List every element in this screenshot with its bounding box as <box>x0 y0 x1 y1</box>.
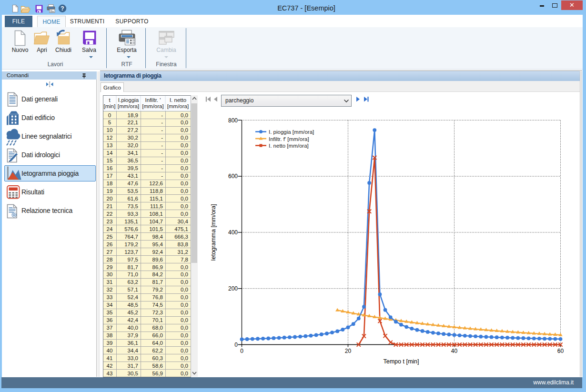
svg-text:97,5: 97,5 <box>128 257 138 262</box>
svg-text:61,6: 61,6 <box>128 196 138 201</box>
svg-text:18: 18 <box>107 181 113 186</box>
svg-text:34,1: 34,1 <box>128 150 138 156</box>
svg-text:0,0: 0,0 <box>181 264 188 270</box>
svg-text:98,4: 98,4 <box>152 234 163 240</box>
svg-text:22: 22 <box>107 211 113 217</box>
svg-text:40,0: 40,0 <box>128 325 138 331</box>
svg-text:14: 14 <box>107 150 113 156</box>
svg-text:37,9: 37,9 <box>128 332 138 338</box>
svg-text:32: 32 <box>107 287 113 292</box>
svg-text:40: 40 <box>107 348 113 353</box>
svg-text:I. pioggia [mm/ora]: I. pioggia [mm/ora] <box>269 129 314 135</box>
svg-text:48,5: 48,5 <box>128 302 138 308</box>
svg-text:0,0: 0,0 <box>181 158 188 163</box>
svg-text:73,5: 73,5 <box>128 203 138 209</box>
svg-text:0,0: 0,0 <box>181 127 188 133</box>
svg-text:27: 27 <box>107 249 113 255</box>
svg-text:0: 0 <box>240 348 243 354</box>
svg-text:0,0: 0,0 <box>181 271 188 277</box>
svg-text:[mm/ora]: [mm/ora] <box>118 103 139 109</box>
svg-text:81,7: 81,7 <box>128 264 138 270</box>
svg-text:764,7: 764,7 <box>124 234 138 240</box>
svg-text:101,5: 101,5 <box>149 226 163 232</box>
svg-text:135,1: 135,1 <box>124 219 138 224</box>
svg-text:0,0: 0,0 <box>181 332 188 338</box>
svg-text:I. netto [mm/ora]: I. netto [mm/ora] <box>269 143 309 149</box>
svg-text:34,4: 34,4 <box>128 348 139 353</box>
svg-text:58,6: 58,6 <box>152 363 163 369</box>
svg-text:-: - <box>161 135 163 141</box>
svg-text:13: 13 <box>107 142 113 148</box>
svg-text:56,9: 56,9 <box>152 371 163 376</box>
svg-text:0: 0 <box>108 112 111 118</box>
svg-text:62,2: 62,2 <box>152 348 163 353</box>
svg-text:60: 60 <box>557 348 564 354</box>
svg-text:600: 600 <box>228 173 238 180</box>
svg-text:7,8: 7,8 <box>181 257 188 262</box>
svg-text:26: 26 <box>107 241 113 247</box>
svg-text:36: 36 <box>107 317 113 323</box>
svg-text:38: 38 <box>107 332 113 338</box>
svg-text:89,6: 89,6 <box>152 257 163 262</box>
svg-text:400: 400 <box>228 229 238 236</box>
svg-text:I. netto: I. netto <box>170 97 186 103</box>
svg-text:Ietogramma [mm/ora]: Ietogramma [mm/ora] <box>210 204 217 261</box>
svg-text:0,0: 0,0 <box>181 287 188 292</box>
svg-text:115,1: 115,1 <box>150 196 163 201</box>
svg-text:40: 40 <box>451 348 458 354</box>
svg-text:28: 28 <box>107 257 113 262</box>
svg-text:45,2: 45,2 <box>128 310 138 315</box>
svg-text:0,0: 0,0 <box>181 363 188 369</box>
svg-text:86,9: 86,9 <box>152 264 163 270</box>
svg-text:76,8: 76,8 <box>152 294 163 300</box>
svg-text:Infiltr. f' [mm/ora]: Infiltr. f' [mm/ora] <box>269 136 309 142</box>
svg-text:0,0: 0,0 <box>181 355 188 361</box>
svg-text:33: 33 <box>107 294 113 300</box>
svg-text:52,4: 52,4 <box>128 294 139 300</box>
svg-text:Infiltr. ': Infiltr. ' <box>145 97 161 103</box>
svg-text:21: 21 <box>107 203 113 209</box>
svg-text:0,0: 0,0 <box>181 317 188 323</box>
svg-text:17: 17 <box>107 173 113 179</box>
svg-text:0,0: 0,0 <box>181 150 188 156</box>
svg-text:20: 20 <box>107 196 113 201</box>
svg-text:118,8: 118,8 <box>150 188 163 194</box>
svg-text:0,0: 0,0 <box>181 188 188 194</box>
svg-text:95,4: 95,4 <box>152 241 163 247</box>
svg-text:-: - <box>161 158 163 163</box>
svg-text:0,0: 0,0 <box>181 165 188 171</box>
svg-text:0,0: 0,0 <box>181 203 188 209</box>
svg-text:71,0: 71,0 <box>128 271 138 277</box>
svg-text:30,5: 30,5 <box>128 371 138 376</box>
svg-text:33,0: 33,0 <box>128 355 138 361</box>
svg-text:-: - <box>161 112 163 118</box>
svg-text:84,2: 84,2 <box>152 271 163 277</box>
svg-text:0,0: 0,0 <box>181 310 188 315</box>
svg-text:19: 19 <box>107 188 113 194</box>
svg-text:39: 39 <box>107 340 113 346</box>
svg-text:47,6: 47,6 <box>128 181 138 186</box>
svg-text:-: - <box>161 142 163 148</box>
svg-text:0,0: 0,0 <box>181 211 188 217</box>
svg-text:0: 0 <box>234 342 238 348</box>
svg-text:25: 25 <box>107 234 113 240</box>
svg-text:53,5: 53,5 <box>128 188 138 194</box>
svg-text:36,5: 36,5 <box>128 158 138 163</box>
svg-text:15: 15 <box>107 158 113 163</box>
svg-text:0,0: 0,0 <box>181 302 188 308</box>
svg-text:31,7: 31,7 <box>128 363 138 369</box>
svg-text:200: 200 <box>228 285 238 292</box>
svg-text:68,0: 68,0 <box>152 325 163 331</box>
svg-text:63,2: 63,2 <box>128 279 138 285</box>
svg-text:[mm/ora]: [mm/ora] <box>142 103 163 109</box>
svg-text:0,0: 0,0 <box>181 173 188 179</box>
svg-text:30,2: 30,2 <box>128 135 138 141</box>
svg-text:0,0: 0,0 <box>181 181 188 186</box>
svg-text:[mm/ora]: [mm/ora] <box>167 103 189 109</box>
svg-text:31,2: 31,2 <box>178 249 188 255</box>
svg-text:60,3: 60,3 <box>152 355 163 361</box>
svg-text:74,5: 74,5 <box>152 302 163 308</box>
svg-text:0,0: 0,0 <box>181 135 188 141</box>
svg-text:64,0: 64,0 <box>152 340 163 346</box>
svg-text:0,0: 0,0 <box>181 196 188 201</box>
